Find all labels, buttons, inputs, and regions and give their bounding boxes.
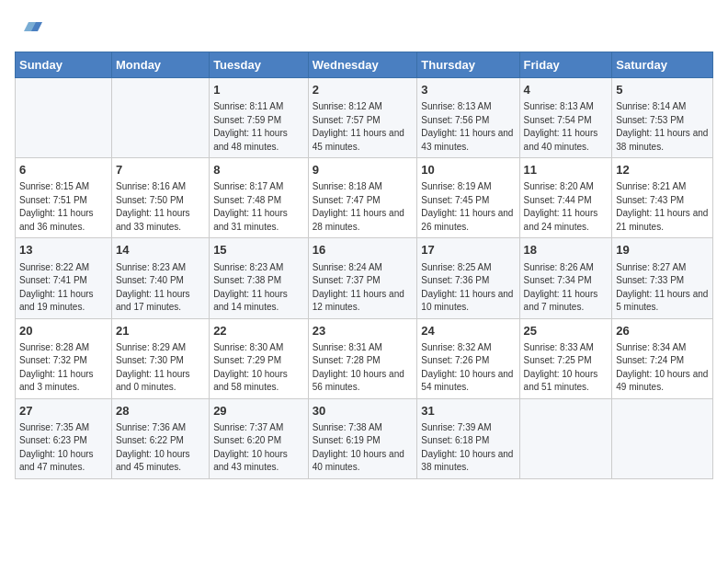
day-number: 25: [524, 323, 609, 339]
calendar-cell: 22Sunrise: 8:30 AM Sunset: 7:29 PM Dayli…: [210, 318, 309, 398]
logo-icon: [15, 15, 42, 42]
day-number: 23: [313, 323, 414, 339]
calendar-cell: 11Sunrise: 8:20 AM Sunset: 7:44 PM Dayli…: [519, 158, 612, 238]
day-info: Sunrise: 8:18 AM Sunset: 7:47 PM Dayligh…: [313, 180, 414, 234]
calendar-cell: 25Sunrise: 8:33 AM Sunset: 7:25 PM Dayli…: [519, 318, 612, 398]
calendar-week-row: 20Sunrise: 8:28 AM Sunset: 7:32 PM Dayli…: [16, 318, 713, 398]
col-header-sunday: Sunday: [16, 52, 112, 78]
day-info: Sunrise: 8:32 AM Sunset: 7:26 PM Dayligh…: [421, 341, 515, 395]
day-number: 12: [616, 162, 709, 178]
col-header-thursday: Thursday: [417, 52, 519, 78]
calendar-cell: 9Sunrise: 8:18 AM Sunset: 7:47 PM Daylig…: [308, 158, 417, 238]
day-number: 18: [524, 242, 609, 259]
calendar-cell: 26Sunrise: 8:34 AM Sunset: 7:24 PM Dayli…: [612, 318, 713, 398]
calendar-cell: 16Sunrise: 8:24 AM Sunset: 7:37 PM Dayli…: [308, 238, 417, 318]
calendar-cell: [612, 398, 713, 478]
day-number: 17: [421, 242, 515, 259]
day-number: 5: [616, 82, 709, 98]
calendar-cell: 3Sunrise: 8:13 AM Sunset: 7:56 PM Daylig…: [417, 78, 519, 158]
calendar-cell: [111, 78, 209, 158]
calendar-table: SundayMondayTuesdayWednesdayThursdayFrid…: [15, 52, 713, 479]
calendar-cell: 28Sunrise: 7:36 AM Sunset: 6:22 PM Dayli…: [111, 398, 209, 478]
day-number: 28: [116, 403, 205, 419]
calendar-cell: 10Sunrise: 8:19 AM Sunset: 7:45 PM Dayli…: [417, 158, 519, 238]
calendar-cell: 7Sunrise: 8:16 AM Sunset: 7:50 PM Daylig…: [111, 158, 209, 238]
calendar-cell: 2Sunrise: 8:12 AM Sunset: 7:57 PM Daylig…: [308, 78, 417, 158]
day-info: Sunrise: 8:34 AM Sunset: 7:24 PM Dayligh…: [616, 341, 709, 395]
calendar-cell: 1Sunrise: 8:11 AM Sunset: 7:59 PM Daylig…: [210, 78, 309, 158]
day-info: Sunrise: 8:19 AM Sunset: 7:45 PM Dayligh…: [421, 180, 515, 234]
day-info: Sunrise: 8:24 AM Sunset: 7:37 PM Dayligh…: [313, 261, 414, 315]
day-number: 27: [19, 403, 108, 419]
day-info: Sunrise: 8:23 AM Sunset: 7:38 PM Dayligh…: [213, 261, 304, 315]
day-number: 6: [19, 162, 108, 178]
calendar-cell: 19Sunrise: 8:27 AM Sunset: 7:33 PM Dayli…: [612, 238, 713, 318]
calendar-cell: 20Sunrise: 8:28 AM Sunset: 7:32 PM Dayli…: [16, 318, 112, 398]
day-number: 15: [213, 242, 304, 259]
calendar-cell: 13Sunrise: 8:22 AM Sunset: 7:41 PM Dayli…: [16, 238, 112, 318]
calendar-cell: [519, 398, 612, 478]
day-number: 20: [19, 323, 108, 339]
calendar-header-row: SundayMondayTuesdayWednesdayThursdayFrid…: [16, 52, 713, 78]
day-info: Sunrise: 8:20 AM Sunset: 7:44 PM Dayligh…: [524, 180, 609, 234]
day-info: Sunrise: 8:31 AM Sunset: 7:28 PM Dayligh…: [313, 341, 414, 395]
page-container: SundayMondayTuesdayWednesdayThursdayFrid…: [0, 0, 728, 487]
day-info: Sunrise: 8:33 AM Sunset: 7:25 PM Dayligh…: [524, 341, 609, 395]
calendar-week-row: 27Sunrise: 7:35 AM Sunset: 6:23 PM Dayli…: [16, 398, 713, 478]
day-info: Sunrise: 8:22 AM Sunset: 7:41 PM Dayligh…: [19, 261, 108, 315]
day-number: 24: [421, 323, 515, 339]
day-number: 4: [524, 82, 609, 98]
day-number: 22: [213, 323, 304, 339]
calendar-cell: 17Sunrise: 8:25 AM Sunset: 7:36 PM Dayli…: [417, 238, 519, 318]
col-header-wednesday: Wednesday: [308, 52, 417, 78]
day-number: 30: [313, 403, 414, 419]
calendar-cell: 5Sunrise: 8:14 AM Sunset: 7:53 PM Daylig…: [612, 78, 713, 158]
day-number: 26: [616, 323, 709, 339]
calendar-cell: 6Sunrise: 8:15 AM Sunset: 7:51 PM Daylig…: [16, 158, 112, 238]
calendar-cell: [16, 78, 112, 158]
calendar-cell: 15Sunrise: 8:23 AM Sunset: 7:38 PM Dayli…: [210, 238, 309, 318]
day-info: Sunrise: 8:14 AM Sunset: 7:53 PM Dayligh…: [616, 100, 709, 154]
day-info: Sunrise: 7:35 AM Sunset: 6:23 PM Dayligh…: [19, 421, 108, 475]
day-info: Sunrise: 8:29 AM Sunset: 7:30 PM Dayligh…: [116, 341, 205, 395]
day-info: Sunrise: 8:27 AM Sunset: 7:33 PM Dayligh…: [616, 261, 709, 315]
page-header: [15, 15, 713, 42]
day-info: Sunrise: 8:25 AM Sunset: 7:36 PM Dayligh…: [421, 261, 515, 315]
day-info: Sunrise: 8:11 AM Sunset: 7:59 PM Dayligh…: [213, 100, 304, 154]
day-info: Sunrise: 8:16 AM Sunset: 7:50 PM Dayligh…: [116, 180, 205, 234]
day-info: Sunrise: 8:21 AM Sunset: 7:43 PM Dayligh…: [616, 180, 709, 234]
day-number: 21: [116, 323, 205, 339]
col-header-saturday: Saturday: [612, 52, 713, 78]
calendar-cell: 18Sunrise: 8:26 AM Sunset: 7:34 PM Dayli…: [519, 238, 612, 318]
day-number: 9: [313, 162, 414, 178]
calendar-cell: 24Sunrise: 8:32 AM Sunset: 7:26 PM Dayli…: [417, 318, 519, 398]
day-number: 31: [421, 403, 515, 419]
calendar-cell: 8Sunrise: 8:17 AM Sunset: 7:48 PM Daylig…: [210, 158, 309, 238]
day-number: 29: [213, 403, 304, 419]
calendar-cell: 23Sunrise: 8:31 AM Sunset: 7:28 PM Dayli…: [308, 318, 417, 398]
day-info: Sunrise: 8:17 AM Sunset: 7:48 PM Dayligh…: [213, 180, 304, 234]
day-number: 7: [116, 162, 205, 178]
calendar-cell: 31Sunrise: 7:39 AM Sunset: 6:18 PM Dayli…: [417, 398, 519, 478]
calendar-week-row: 1Sunrise: 8:11 AM Sunset: 7:59 PM Daylig…: [16, 78, 713, 158]
col-header-monday: Monday: [111, 52, 209, 78]
day-number: 14: [116, 242, 205, 259]
day-info: Sunrise: 7:39 AM Sunset: 6:18 PM Dayligh…: [421, 421, 515, 475]
day-number: 8: [213, 162, 304, 178]
day-info: Sunrise: 8:13 AM Sunset: 7:56 PM Dayligh…: [421, 100, 515, 154]
calendar-cell: 21Sunrise: 8:29 AM Sunset: 7:30 PM Dayli…: [111, 318, 209, 398]
col-header-tuesday: Tuesday: [210, 52, 309, 78]
col-header-friday: Friday: [519, 52, 612, 78]
calendar-cell: 30Sunrise: 7:38 AM Sunset: 6:19 PM Dayli…: [308, 398, 417, 478]
calendar-cell: 14Sunrise: 8:23 AM Sunset: 7:40 PM Dayli…: [111, 238, 209, 318]
day-info: Sunrise: 8:15 AM Sunset: 7:51 PM Dayligh…: [19, 180, 108, 234]
day-info: Sunrise: 8:30 AM Sunset: 7:29 PM Dayligh…: [213, 341, 304, 395]
calendar-cell: 29Sunrise: 7:37 AM Sunset: 6:20 PM Dayli…: [210, 398, 309, 478]
day-number: 13: [19, 242, 108, 259]
calendar-week-row: 13Sunrise: 8:22 AM Sunset: 7:41 PM Dayli…: [16, 238, 713, 318]
day-info: Sunrise: 7:36 AM Sunset: 6:22 PM Dayligh…: [116, 421, 205, 475]
calendar-week-row: 6Sunrise: 8:15 AM Sunset: 7:51 PM Daylig…: [16, 158, 713, 238]
day-info: Sunrise: 7:37 AM Sunset: 6:20 PM Dayligh…: [213, 421, 304, 475]
day-info: Sunrise: 7:38 AM Sunset: 6:19 PM Dayligh…: [313, 421, 414, 475]
day-info: Sunrise: 8:28 AM Sunset: 7:32 PM Dayligh…: [19, 341, 108, 395]
